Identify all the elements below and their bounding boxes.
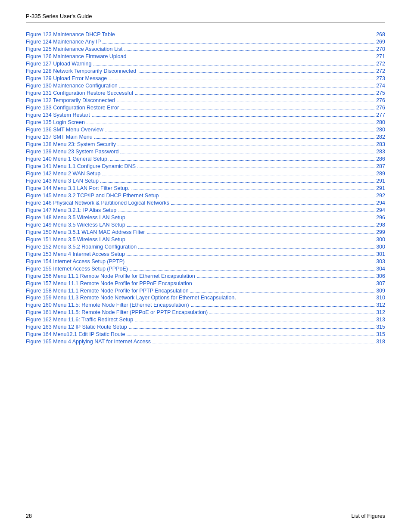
toc-item: Figure 163 Menu 12 IP Static Route Setup…: [26, 324, 385, 330]
toc-dots: [138, 243, 374, 249]
toc-link[interactable]: Figure 136 SMT Menu Overview: [26, 127, 103, 133]
toc-link[interactable]: Figure 154 Internet Access Setup (PPTP): [26, 258, 125, 264]
toc-link[interactable]: Figure 155 Internet Access Setup (PPPoE): [26, 266, 128, 272]
toc-link[interactable]: Figure 149 Menu 3.5 Wireless LAN Setup: [26, 222, 125, 228]
toc-item: Figure 153 Menu 4 Internet Access Setup3…: [26, 251, 385, 257]
toc-link[interactable]: Figure 129 Upload Error Message: [26, 75, 107, 81]
toc-dots: [110, 156, 374, 161]
toc-dots: [147, 229, 375, 234]
toc-dots: [197, 273, 375, 278]
toc-link[interactable]: Figure 159 Menu 11.3 Remote Node Network…: [26, 295, 234, 301]
toc-dots: [118, 207, 374, 212]
toc-item: Figure 127 Upload Warning272: [26, 60, 385, 67]
toc-link[interactable]: Figure 139 Menu 23 System Password: [26, 149, 118, 155]
toc-link[interactable]: Figure 126 Maintenance Firmware Upload: [26, 53, 126, 59]
toc-page-number: 294: [376, 207, 385, 213]
toc-item: Figure 142 Menu 2 WAN Setup289: [26, 170, 385, 177]
toc-link[interactable]: Figure 152 Menu 3.5.2 Roaming Configurat…: [26, 244, 137, 250]
toc-dots: [127, 236, 374, 241]
toc-link[interactable]: Figure 135 Login Screen: [26, 119, 85, 125]
toc-item: Figure 164 Menu12.1 Edit IP Static Route…: [26, 331, 385, 337]
toc-spacer: .: [234, 295, 376, 301]
toc-link[interactable]: Figure 127 Upload Warning: [26, 61, 91, 67]
toc-item: Figure 144 Menu 3.1 LAN Port Filter Setu…: [26, 185, 385, 191]
toc-link[interactable]: Figure 163 Menu 12 IP Static Route Setup: [26, 324, 127, 330]
toc-link[interactable]: Figure 132 Temporarily Disconnected: [26, 97, 115, 103]
toc-dots: [190, 287, 374, 292]
toc-dots: [94, 134, 374, 139]
toc-link[interactable]: Figure 151 Menu 3.5 Wireless LAN Setup: [26, 236, 125, 243]
toc-page-number: 306: [376, 273, 385, 279]
toc-item: Figure 143 Menu 3 LAN Setup291: [26, 177, 385, 184]
page-footer: 28 List of Figures: [26, 513, 385, 519]
toc-item: Figure 145 Menu 3.2 TCP/IP and DHCP Ethe…: [26, 192, 385, 199]
toc-link[interactable]: Figure 123 Maintenance DHCP Table: [26, 31, 115, 37]
toc-page-number: 313: [376, 317, 385, 323]
toc-item: Figure 139 Menu 23 System Password283: [26, 148, 385, 155]
toc-page-number: 280: [376, 127, 385, 133]
toc-link[interactable]: Figure 158 Menu 11.1 Remote Node Profile…: [26, 288, 189, 294]
toc-page-number: 309: [376, 288, 385, 294]
toc-page-number: 294: [376, 200, 385, 206]
toc-item: Figure 152 Menu 3.5.2 Roaming Configurat…: [26, 243, 385, 250]
toc-link[interactable]: Figure 164 Menu12.1 Edit IP Static Route: [26, 331, 125, 337]
toc-page-number: 277: [376, 112, 385, 118]
toc-link[interactable]: Figure 142 Menu 2 WAN Setup: [26, 171, 100, 177]
toc-link[interactable]: Figure 160 Menu 11.5: Remote Node Filter…: [26, 302, 189, 308]
toc-link[interactable]: Figure 131 Configuration Restore Success…: [26, 90, 133, 96]
toc-link[interactable]: Figure 124 Maintenance Any IP: [26, 39, 101, 45]
toc-link[interactable]: Figure 148 Menu 3.5 Wireless LAN Setup: [26, 215, 125, 221]
toc-page-number: 283: [376, 141, 385, 147]
toc-item: Figure 165 Menu 4 Applying NAT for Inter…: [26, 338, 385, 345]
toc-page-number: 276: [376, 105, 385, 111]
toc-dots: [117, 97, 374, 102]
toc-link[interactable]: Figure 150 Menu 3.5.1 WLAN MAC Address F…: [26, 229, 145, 235]
toc-item: Figure 137 SMT Main Menu282: [26, 134, 385, 140]
toc-link[interactable]: Figure 153 Menu 4 Internet Access Setup: [26, 251, 125, 257]
toc-dots: [120, 148, 374, 153]
toc-dots: [102, 170, 374, 175]
toc-link[interactable]: Figure 140 Menu 1 General Setup.: [26, 156, 109, 162]
toc-link[interactable]: Figure 165 Menu 4 Applying NAT for Inter…: [26, 339, 151, 345]
toc-page-number: 270: [376, 46, 385, 52]
toc-link[interactable]: Figure 130 Maintenance Configuration: [26, 83, 118, 89]
toc-item: Figure 159 Menu 11.3 Remote Node Network…: [26, 295, 385, 301]
footer-section: List of Figures: [351, 513, 385, 519]
toc-page-number: 318: [376, 339, 385, 345]
toc-link[interactable]: Figure 133 Configuration Restore Error: [26, 105, 119, 111]
toc-dots: [135, 316, 374, 321]
toc-link[interactable]: Figure 147 Menu 3.2.1: IP Alias Setup: [26, 207, 116, 213]
toc-link[interactable]: Figure 128 Network Temporarily Disconnec…: [26, 68, 136, 74]
toc-item: Figure 161 Menu 11.5: Remote Node Filter…: [26, 309, 385, 315]
toc-link[interactable]: Figure 156 Menu 11.1 Remote Node Profile…: [26, 273, 195, 279]
toc-link[interactable]: Figure 138 Menu 23: System Security: [26, 141, 116, 147]
toc-link[interactable]: Figure 137 SMT Main Menu: [26, 134, 93, 140]
toc-page-number: 303: [376, 258, 385, 264]
toc-dots: [191, 302, 374, 307]
toc-page-number: 299: [376, 229, 385, 235]
toc-link[interactable]: Figure 161 Menu 11.5: Remote Node Filter…: [26, 309, 208, 315]
toc-page-number: 272: [376, 68, 385, 74]
toc-dots: [126, 258, 374, 263]
toc-dots: [103, 38, 374, 44]
toc-link[interactable]: Figure 134 System Restart: [26, 112, 90, 118]
toc-link[interactable]: Figure 157 Menu 11.1 Remote Node Profile…: [26, 280, 192, 286]
toc-page-number: 315: [376, 331, 385, 337]
toc-link[interactable]: Figure 125 Maintenance Association List: [26, 46, 122, 52]
toc-page-number: 315: [376, 324, 385, 330]
toc-dots: [171, 199, 374, 205]
toc-link[interactable]: Figure 141 Menu 1.1 Configure Dynamic DN…: [26, 163, 136, 169]
toc-link[interactable]: Figure 162 Menu 11.6: Traffic Redirect S…: [26, 317, 133, 323]
toc-link[interactable]: Figure 145 Menu 3.2 TCP/IP and DHCP Ethe…: [26, 193, 159, 199]
toc-page-number: 301: [376, 251, 385, 257]
toc-item: Figure 147 Menu 3.2.1: IP Alias Setup294: [26, 207, 385, 213]
toc-item: Figure 134 System Restart277: [26, 112, 385, 118]
toc-page-number: 304: [376, 266, 385, 272]
toc-dots: [130, 265, 374, 271]
toc-link[interactable]: Figure 144 Menu 3.1 LAN Port Filter Setu…: [26, 185, 129, 191]
toc-item: Figure 132 Temporarily Disconnected276: [26, 97, 385, 103]
toc-link[interactable]: Figure 143 Menu 3 LAN Setup: [26, 178, 99, 184]
toc-item: Figure 124 Maintenance Any IP269: [26, 38, 385, 45]
toc-item: Figure 130 Maintenance Configuration274: [26, 82, 385, 89]
toc-link[interactable]: Figure 146 Physical Network & Partitione…: [26, 200, 169, 206]
